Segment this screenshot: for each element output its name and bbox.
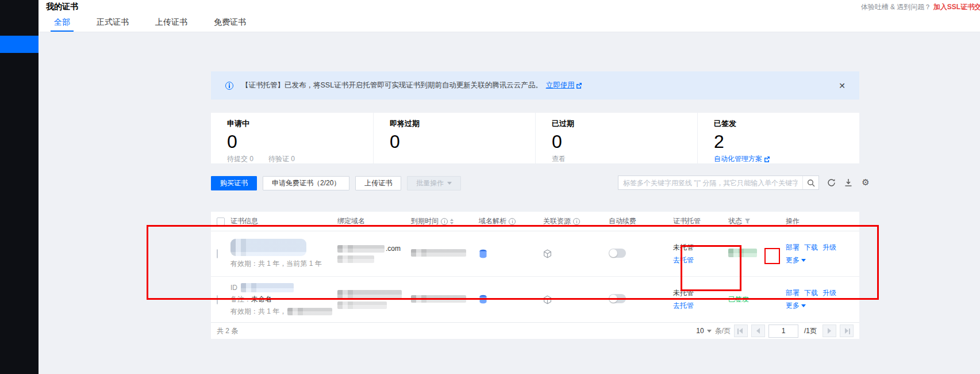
go-hosting-link[interactable]: 去托管 (673, 301, 728, 311)
hosting-status: 未托管 (673, 288, 728, 298)
redacted-domain (337, 290, 402, 299)
info-icon (225, 82, 233, 90)
stat-value: 0 (552, 130, 697, 153)
first-page-button[interactable] (734, 325, 748, 337)
total-pages-label: /1页 (804, 326, 817, 336)
stat-sub-pending-submit: 待提交 0 (227, 154, 253, 164)
validity-text: 有效期：共 1 年， (230, 307, 286, 316)
expiry-cell (411, 249, 479, 258)
close-icon[interactable]: ✕ (836, 81, 848, 90)
upgrade-link[interactable]: 升级 (823, 288, 836, 298)
domain-suffix: .com (386, 245, 401, 253)
redacted-cert-name (230, 239, 306, 256)
last-page-button[interactable] (840, 325, 854, 337)
tab-free-cert[interactable]: 免费证书 (214, 14, 246, 32)
status-issued: 已签发 (728, 295, 749, 303)
validity-text: 有效期：共 1 年，当前第 1 年 (230, 259, 337, 269)
more-link[interactable]: 更多 (786, 301, 806, 311)
dns-cell (479, 295, 543, 304)
auto-renew-toggle[interactable] (609, 249, 626, 258)
prev-page-icon (756, 328, 760, 334)
next-page-button[interactable] (823, 325, 836, 337)
stat-sub-pending-verify: 待验证 0 (268, 154, 295, 164)
prev-page-button[interactable] (751, 325, 765, 337)
redacted-cert-id (241, 283, 294, 292)
download-link[interactable]: 下载 (804, 243, 818, 253)
feedback-link[interactable]: 加入SSL证书交流 (933, 3, 980, 11)
hosting-cell: 未托管 去托管 (673, 288, 728, 311)
hosting-status: 未托管 (673, 243, 728, 253)
resource-cube-icon[interactable] (543, 249, 552, 258)
actions-cell: 部署 下载 升级 更多 (786, 288, 854, 311)
stat-card-expiring: 即将过期 0 (373, 113, 535, 164)
stat-value: 0 (390, 130, 535, 153)
stat-value: 0 (227, 130, 373, 153)
stat-card-expired: 已过期 0 查看 (535, 113, 697, 164)
more-link[interactable]: 更多 (786, 255, 806, 265)
resource-cell (543, 249, 609, 258)
redacted-status (728, 249, 757, 257)
batch-operation-button[interactable]: 批量操作 (407, 176, 461, 190)
auto-renew-toggle[interactable] (609, 294, 626, 303)
chevron-down-icon (801, 304, 806, 307)
table-row: 有效期：共 1 年，当前第 1 年 .com (211, 231, 859, 276)
select-all-checkbox[interactable] (217, 217, 225, 226)
domain-cell (337, 290, 411, 309)
deploy-link[interactable]: 部署 (786, 288, 800, 298)
refresh-icon[interactable] (826, 177, 836, 188)
stat-value: 2 (714, 130, 859, 153)
external-link-icon (576, 82, 582, 89)
resource-cell (543, 295, 609, 304)
buy-cert-button[interactable]: 购买证书 (211, 176, 257, 190)
upgrade-link[interactable]: 升级 (823, 243, 836, 253)
stat-label: 已过期 (552, 119, 697, 129)
dns-cloud-icon[interactable] (479, 249, 487, 259)
per-page-label: 条/页 (715, 326, 731, 336)
tab-upload-cert[interactable]: 上传证书 (155, 14, 187, 32)
col-hosting: 证书托管 (673, 216, 728, 226)
page-size-select[interactable]: 10 (696, 327, 711, 335)
page-number-input[interactable]: 1 (768, 325, 798, 338)
table-header-row: 证书信息 绑定域名 到期时间 域名解析 关联资源 自动续费 证书托管 (211, 212, 859, 231)
resource-cube-icon[interactable] (543, 295, 552, 304)
dns-cloud-icon[interactable] (479, 295, 487, 304)
search-input[interactable] (618, 179, 802, 187)
filter-icon[interactable] (744, 218, 751, 224)
expiry-cell (411, 295, 479, 304)
external-link-icon (764, 156, 770, 162)
col-expiry: 到期时间 (411, 216, 479, 226)
toolbar: 购买证书 申请免费证书（2/20） 上传证书 批量操作 ⚙ (211, 175, 859, 190)
page-title: 我的证书 (46, 2, 78, 12)
apply-free-cert-button[interactable]: 申请免费证书（2/20） (263, 176, 349, 190)
automation-plan-link[interactable]: 自动化管理方案 (714, 154, 770, 164)
sort-icon[interactable] (450, 219, 454, 224)
row-checkbox[interactable] (217, 249, 218, 258)
hosting-banner: 【证书托管】已发布，将SSL证书开启托管即可实现证书到期前自动更新关联的腾讯云云… (211, 71, 859, 100)
banner-use-link[interactable]: 立即使用 (546, 81, 575, 90)
download-icon[interactable] (843, 177, 854, 188)
col-cert-info: 证书信息 (230, 216, 337, 226)
stat-view-link[interactable]: 查看 (552, 154, 566, 164)
upload-cert-button[interactable]: 上传证书 (355, 176, 401, 190)
dns-cell (479, 249, 543, 259)
actions-cell: 部署 下载 升级 更多 (786, 243, 854, 265)
stat-label: 申请中 (227, 119, 373, 129)
row-checkbox[interactable] (217, 295, 218, 304)
go-hosting-link[interactable]: 去托管 (673, 255, 728, 265)
last-page-icon (845, 328, 848, 334)
info-icon (509, 218, 516, 225)
next-page-icon (828, 328, 831, 334)
download-link[interactable]: 下载 (804, 288, 818, 298)
search-icon[interactable] (802, 176, 818, 189)
gear-icon[interactable]: ⚙ (860, 177, 871, 188)
table-footer: 共 2 条 10 条/页 1 /1页 (211, 322, 859, 339)
feedback-area: 体验吐槽 & 遇到问题？ 加入SSL证书交流 (861, 2, 980, 12)
note-label: 备注： (230, 295, 251, 303)
tab-formal-cert[interactable]: 正式证书 (97, 14, 129, 32)
sidebar-active-item[interactable] (0, 36, 39, 53)
deploy-link[interactable]: 部署 (786, 243, 800, 253)
topbar: 我的证书 体验吐槽 & 遇到问题？ 加入SSL证书交流 全部 正式证书 上传证书… (39, 0, 980, 32)
note-value: 未命名 (251, 295, 272, 303)
tab-all[interactable]: 全部 (54, 14, 70, 32)
hosting-cell: 未托管 去托管 (673, 243, 728, 265)
